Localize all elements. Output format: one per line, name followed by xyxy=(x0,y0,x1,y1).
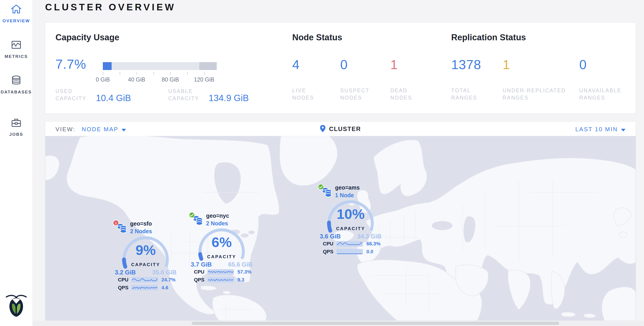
qps-sparkline xyxy=(336,249,363,254)
used-capacity-group: USED CAPACITY 10.4 GiB xyxy=(56,88,131,102)
breadcrumb: CLUSTER xyxy=(320,125,361,133)
total-value: 65.6 GiB xyxy=(228,261,252,268)
locality-marker[interactable]: geo=ams 1 Node 10% CAPACITY 3.6 GiB34.3 … xyxy=(318,184,392,258)
capacity-bar-used xyxy=(103,62,112,70)
capacity-axis: 0 GiB40 GiB80 GiB120 GiB xyxy=(103,70,217,84)
qps-sparkline xyxy=(208,277,234,283)
capacity-caption: CAPACITY xyxy=(113,262,178,267)
stat-value: 0 xyxy=(340,57,390,72)
used-capacity-value: 10.4 GiB xyxy=(96,93,131,103)
capacity-caption: CAPACITY xyxy=(189,254,254,259)
page-title: CLUSTER OVERVIEW xyxy=(45,2,176,13)
stat-value: 0 xyxy=(579,57,631,72)
cpu-label: CPU xyxy=(323,241,335,247)
used-value: 3.2 GiB xyxy=(115,269,136,276)
sidebar-item-jobs[interactable]: JOBS xyxy=(0,117,32,137)
stat-value: 4 xyxy=(292,57,340,72)
check-icon xyxy=(190,214,194,217)
cpu-row: CPU 24.7% xyxy=(118,277,176,283)
chevron-down-icon xyxy=(621,129,626,132)
stat-label: LIVE NODES xyxy=(292,87,340,101)
stat-label: UNAVAILABLE RANGES xyxy=(579,87,631,101)
capacity-percent: 6% xyxy=(189,234,254,250)
cpu-value: 57.3% xyxy=(238,269,252,275)
sidebar-item-overview[interactable]: OVERVIEW xyxy=(0,3,32,23)
stat-label: UNDER-REPLICATED RANGES xyxy=(502,87,579,101)
summary-card: Capacity Usage 7.7% 0 GiB40 GiB80 GiB120… xyxy=(45,22,636,114)
status-badge xyxy=(318,184,324,190)
capacity-usage-values: 3.2 GiB35.0 GiB xyxy=(115,269,176,276)
qps-row: QPS 0.0 xyxy=(323,249,374,255)
axis-tick-label: 40 GiB xyxy=(128,76,145,83)
cpu-sparkline xyxy=(208,269,234,275)
axis-tick-label: 80 GiB xyxy=(162,76,179,83)
cluster-overview-page: OVERVIEW METRICS DATABASES xyxy=(0,0,644,326)
map-toolbar: VIEW: NODE MAP CLUSTER LAST 10 M xyxy=(45,122,636,136)
sidebar-item-label: OVERVIEW xyxy=(0,18,32,23)
stat-value: 1 xyxy=(502,57,579,72)
node-status-title: Node Status xyxy=(292,33,342,42)
qps-value: 0.0 xyxy=(366,249,374,255)
used-capacity-label: USED CAPACITY xyxy=(56,88,86,102)
sidebar-item-databases[interactable]: DATABASES xyxy=(0,75,32,95)
axis-tick xyxy=(137,72,137,75)
capacity-caption: CAPACITY xyxy=(318,226,383,231)
usable-capacity-label: USABLE CAPACITY xyxy=(168,88,199,102)
page-bottom-strip xyxy=(0,321,644,326)
horizontal-scrollbar[interactable] xyxy=(192,322,559,325)
usable-capacity-group: USABLE CAPACITY 134.9 GiB xyxy=(168,88,249,102)
cpu-sparkline xyxy=(336,241,363,247)
sidebar: OVERVIEW METRICS DATABASES xyxy=(0,0,33,326)
stat-value: 1 xyxy=(390,57,440,72)
locality-marker[interactable]: 1 geo=sfo 2 Nodes 9% CAPACITY 3.2 GiB35.… xyxy=(113,220,188,294)
chevron-down-icon xyxy=(122,129,126,132)
view-selector[interactable]: NODE MAP xyxy=(82,126,126,133)
status-badge: 1 xyxy=(113,220,119,226)
capacity-bar-reserved xyxy=(199,62,217,70)
sidebar-item-label: DATABASES xyxy=(0,90,32,95)
sidebar-item-metrics[interactable]: METRICS xyxy=(0,39,32,59)
usable-capacity-value: 134.9 GiB xyxy=(208,93,249,103)
stat-label: SUSPECT NODES xyxy=(340,87,390,101)
locality-marker[interactable]: geo=nyc 2 Nodes 6% CAPACITY 3.7 GiB65.6 … xyxy=(189,212,263,286)
qps-label: QPS xyxy=(323,249,335,255)
check-icon xyxy=(319,185,323,188)
capacity-used-percent: 7.7% xyxy=(56,56,86,72)
databases-icon xyxy=(10,75,22,86)
qps-value: 9.3 xyxy=(238,277,244,283)
sidebar-item-label: METRICS xyxy=(0,54,32,59)
cpu-label: CPU xyxy=(118,277,130,283)
qps-row: QPS 9.3 xyxy=(194,277,244,283)
axis-tick xyxy=(187,72,188,75)
capacity-percent: 10% xyxy=(318,206,383,222)
qps-sparkline xyxy=(132,285,158,290)
axis-tick-label: 120 GiB xyxy=(194,76,214,83)
view-label: VIEW: xyxy=(56,126,75,133)
axis-tick xyxy=(204,72,204,75)
cpu-sparkline xyxy=(132,277,158,283)
capacity-usage-title: Capacity Usage xyxy=(56,33,119,42)
axis-tick xyxy=(170,72,171,75)
locality-name: geo=ams xyxy=(335,184,360,191)
locality-name: geo=nyc xyxy=(206,212,229,219)
breadcrumb-label: CLUSTER xyxy=(329,126,361,133)
node-map-card: VIEW: NODE MAP CLUSTER LAST 10 M xyxy=(45,122,636,321)
total-value: 35.0 GiB xyxy=(152,269,176,276)
stat-label: DEAD NODES xyxy=(390,87,440,101)
world-map: 1 geo=sfo 2 Nodes 9% CAPACITY 3.2 GiB35.… xyxy=(45,136,636,321)
cpu-row: CPU 66.3% xyxy=(323,241,380,247)
time-range-selector[interactable]: LAST 10 MIN xyxy=(575,126,626,133)
used-value: 3.7 GiB xyxy=(191,261,212,268)
cpu-label: CPU xyxy=(194,269,206,275)
axis-tick-label: 0 GiB xyxy=(96,76,110,83)
capacity-usage-values: 3.6 GiB34.3 GiB xyxy=(320,233,382,240)
stat-label: TOTAL RANGES xyxy=(451,87,502,101)
capacity-percent: 9% xyxy=(113,242,178,258)
locality-name: geo=sfo xyxy=(130,220,152,227)
used-value: 3.6 GiB xyxy=(320,233,341,240)
axis-tick xyxy=(154,72,154,75)
jobs-icon xyxy=(10,117,22,128)
total-value: 34.3 GiB xyxy=(357,233,382,240)
map-pin-icon xyxy=(320,125,326,133)
stat-value: 1378 xyxy=(451,57,502,72)
